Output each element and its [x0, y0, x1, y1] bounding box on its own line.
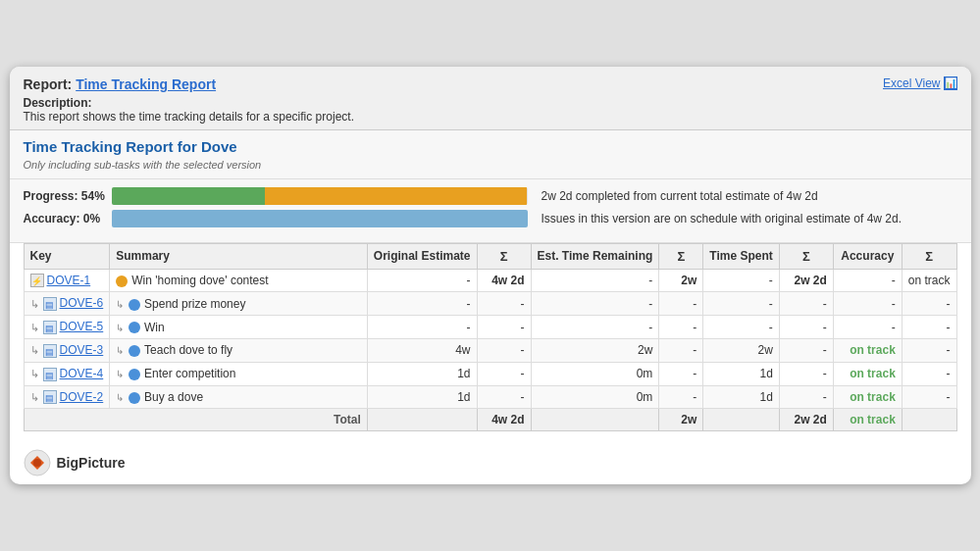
sub-arrow-icon: ↳: [30, 322, 42, 333]
progress-bar: [112, 187, 528, 205]
priority-icon: [129, 299, 140, 311]
total-cell: [703, 409, 779, 431]
key-link[interactable]: DOVE-3: [60, 343, 104, 357]
summary-text: Teach dove to fly: [144, 343, 232, 357]
story-icon: ▤: [43, 344, 57, 358]
table-row: ↳ ▤DOVE-6↳ Spend prize money--------: [24, 292, 956, 316]
summary-text: Win: [144, 321, 165, 334]
total-cell: 2w 2d: [779, 409, 833, 431]
accuracy-cell: on track: [833, 362, 902, 385]
time-spent-cell: 1d: [703, 362, 779, 385]
time-spent-sum-cell: -: [779, 316, 833, 339]
accuracy-status-cell: -: [902, 316, 956, 339]
summary-sub-arrow: ↳: [116, 345, 127, 356]
time-spent-cell: -: [703, 316, 779, 339]
progress-green: [112, 187, 266, 205]
col-header-original-estimate: Original Estimate: [367, 243, 477, 269]
table-row: ↳ ▤DOVE-4↳ Enter competition1d-0m-1d-on …: [24, 362, 956, 385]
accuracy-cell: -: [833, 269, 902, 292]
accuracy-status-cell: -: [902, 385, 956, 409]
time-spent-cell: 1d: [703, 385, 779, 409]
original-estimate-cell: -: [367, 292, 477, 316]
original-estimate-sum-cell: -: [477, 385, 531, 409]
sub-title: Time Tracking Report for Dove: [24, 138, 957, 155]
est-remaining-cell: 2w: [531, 339, 659, 363]
time-spent-sum-cell: -: [779, 385, 833, 409]
key-cell: ⚡DOVE-1: [24, 269, 110, 292]
accuracy-label: Accuracy: 0%: [24, 212, 112, 225]
summary-sub-arrow: ↳: [116, 392, 127, 403]
col-header-sigma2: Σ: [659, 243, 703, 269]
priority-icon: [129, 369, 140, 380]
total-cell: Total: [24, 409, 367, 431]
summary-cell: ↳ Win: [110, 316, 368, 339]
accuracy-cell: on track: [833, 385, 902, 409]
accuracy-status-cell: -: [902, 339, 956, 363]
accuracy-cell: -: [833, 316, 902, 339]
col-header-time-spent: Time Spent: [703, 243, 779, 269]
key-cell: ↳ ▤DOVE-2: [24, 385, 110, 409]
original-estimate-cell: 1d: [367, 362, 477, 385]
bigpicture-logo: BigPicture: [24, 449, 126, 476]
summary-cell: ↳ Enter competition: [110, 362, 368, 385]
col-header-est-remaining: Est. Time Remaining: [531, 243, 659, 269]
total-cell: [531, 409, 659, 431]
time-tracking-table: Key Summary Original Estimate Σ Est. Tim…: [24, 243, 957, 432]
summary-text: Enter competition: [144, 367, 235, 380]
original-estimate-sum-cell: -: [477, 362, 531, 385]
original-estimate-sum-cell: -: [477, 292, 531, 316]
footer-bar: BigPicture: [10, 441, 971, 484]
key-cell: ↳ ▤DOVE-4: [24, 362, 110, 385]
progress-info: 2w 2d completed from current total estim…: [542, 189, 957, 203]
summary-cell: ↳ Teach dove to fly: [110, 339, 368, 363]
svg-point-1: [33, 459, 41, 467]
accuracy-status-cell: on track: [902, 269, 956, 292]
bigpicture-icon: [24, 449, 51, 476]
description-text: This report shows the time tracking deta…: [24, 110, 354, 124]
total-row: Total4w 2d2w2w 2don track: [24, 409, 956, 431]
priority-icon: [129, 345, 140, 357]
total-cell: on track: [833, 409, 902, 431]
accuracy-bar: [112, 210, 528, 227]
col-header-sigma1: Σ: [477, 243, 531, 269]
excel-view-link[interactable]: Excel View 📊: [883, 76, 956, 90]
brand-name: BigPicture: [57, 455, 126, 471]
progress-section: Progress: 54% 2w 2d completed from curre…: [10, 179, 971, 243]
excel-link-text: Excel View: [883, 76, 940, 90]
original-estimate-sum-cell: -: [477, 316, 531, 339]
sub-arrow-icon: ↳: [30, 368, 42, 379]
key-cell: ↳ ▤DOVE-3: [24, 339, 110, 363]
sub-note: Only including sub-tasks with the select…: [24, 159, 957, 171]
original-estimate-cell: -: [367, 269, 477, 292]
sub-arrow-icon: ↳: [30, 391, 42, 403]
key-link[interactable]: DOVE-1: [47, 274, 91, 287]
col-header-summary: Summary: [110, 243, 368, 269]
col-header-sigma3: Σ: [779, 243, 833, 269]
report-title-link[interactable]: Time Tracking Report: [76, 76, 216, 92]
time-spent-cell: 2w: [703, 339, 779, 363]
key-link[interactable]: DOVE-5: [60, 320, 104, 333]
original-estimate-cell: -: [367, 316, 477, 339]
excel-icon: 📊: [944, 76, 957, 90]
key-cell: ↳ ▤DOVE-5: [24, 316, 110, 339]
title-prefix: Report:: [24, 76, 73, 92]
accuracy-info-text: Issues in this version are on schedule w…: [542, 212, 903, 225]
col-header-sigma4: Σ: [902, 243, 956, 269]
key-link[interactable]: DOVE-2: [60, 390, 104, 404]
story-icon: ▤: [43, 368, 57, 381]
key-link[interactable]: DOVE-4: [60, 367, 104, 380]
total-cell: [367, 409, 477, 431]
time-spent-sum-cell: 2w 2d: [779, 269, 833, 292]
summary-sub-arrow: ↳: [116, 369, 127, 379]
key-cell: ↳ ▤DOVE-6: [24, 292, 110, 316]
priority-icon: [129, 392, 140, 404]
progress-orange: [265, 187, 527, 205]
summary-cell: Win 'homing dove' contest: [110, 269, 368, 292]
summary-cell: ↳ Spend prize money: [110, 292, 368, 316]
accuracy-status-cell: -: [902, 292, 956, 316]
est-remaining-cell: 0m: [531, 362, 659, 385]
key-link[interactable]: DOVE-6: [60, 296, 104, 310]
report-window: Report: Time Tracking Report Description…: [10, 67, 971, 485]
story-icon: ▤: [43, 297, 57, 311]
table-row: ⚡DOVE-1Win 'homing dove' contest-4w 2d-2…: [24, 269, 956, 292]
